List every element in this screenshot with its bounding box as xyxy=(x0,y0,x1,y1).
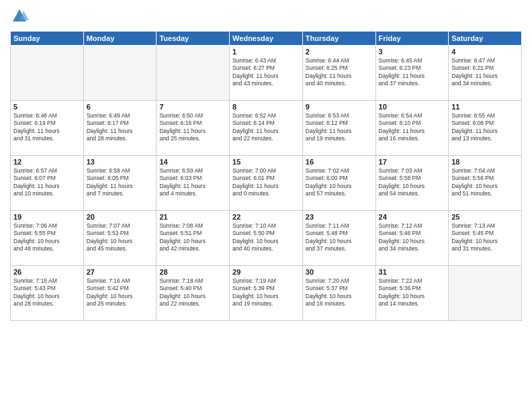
calendar: SundayMondayTuesdayWednesdayThursdayFrid… xyxy=(10,31,522,321)
calendar-cell: 24Sunrise: 7:12 AM Sunset: 5:46 PM Dayli… xyxy=(375,211,449,266)
day-number: 29 xyxy=(232,268,300,276)
calendar-cell: 17Sunrise: 7:03 AM Sunset: 5:58 PM Dayli… xyxy=(375,156,449,211)
day-number: 11 xyxy=(451,103,519,111)
day-number: 25 xyxy=(451,213,519,221)
day-number: 4 xyxy=(451,48,519,56)
cell-text: Sunrise: 7:22 AM Sunset: 5:36 PM Dayligh… xyxy=(379,277,446,308)
calendar-cell: 7Sunrise: 6:50 AM Sunset: 6:16 PM Daylig… xyxy=(157,101,230,156)
day-number: 20 xyxy=(87,213,154,221)
day-number: 1 xyxy=(232,48,300,56)
calendar-cell: 30Sunrise: 7:20 AM Sunset: 5:37 PM Dayli… xyxy=(302,266,375,321)
week-row-3: 19Sunrise: 7:06 AM Sunset: 5:55 PM Dayli… xyxy=(11,211,522,266)
cell-text: Sunrise: 6:49 AM Sunset: 6:17 PM Dayligh… xyxy=(87,112,154,143)
cell-text: Sunrise: 6:59 AM Sunset: 6:03 PM Dayligh… xyxy=(159,167,226,198)
day-number: 6 xyxy=(87,103,154,111)
calendar-cell: 20Sunrise: 7:07 AM Sunset: 5:53 PM Dayli… xyxy=(83,211,157,266)
day-number: 30 xyxy=(306,268,373,276)
calendar-cell: 1Sunrise: 6:43 AM Sunset: 6:27 PM Daylig… xyxy=(230,46,303,101)
calendar-cell: 23Sunrise: 7:11 AM Sunset: 5:48 PM Dayli… xyxy=(302,211,375,266)
weekday-friday: Friday xyxy=(375,32,449,46)
day-number: 14 xyxy=(159,158,226,166)
day-number: 5 xyxy=(13,103,81,111)
day-number: 13 xyxy=(87,158,154,166)
calendar-cell: 26Sunrise: 7:15 AM Sunset: 5:43 PM Dayli… xyxy=(11,266,84,321)
calendar-cell: 27Sunrise: 7:16 AM Sunset: 5:42 PM Dayli… xyxy=(83,266,157,321)
day-number: 2 xyxy=(306,48,373,56)
day-number: 17 xyxy=(379,158,446,166)
weekday-thursday: Thursday xyxy=(302,32,375,46)
cell-text: Sunrise: 7:13 AM Sunset: 5:45 PM Dayligh… xyxy=(451,222,519,253)
calendar-cell: 3Sunrise: 6:45 AM Sunset: 6:23 PM Daylig… xyxy=(375,46,449,101)
calendar-cell xyxy=(449,266,522,321)
cell-text: Sunrise: 7:15 AM Sunset: 5:43 PM Dayligh… xyxy=(13,277,81,308)
cell-text: Sunrise: 7:00 AM Sunset: 6:01 PM Dayligh… xyxy=(232,167,300,198)
cell-text: Sunrise: 6:58 AM Sunset: 6:05 PM Dayligh… xyxy=(87,167,154,198)
weekday-sunday: Sunday xyxy=(11,32,84,46)
calendar-cell: 12Sunrise: 6:57 AM Sunset: 6:07 PM Dayli… xyxy=(11,156,84,211)
calendar-cell: 14Sunrise: 6:59 AM Sunset: 6:03 PM Dayli… xyxy=(157,156,230,211)
header xyxy=(10,7,522,26)
logo xyxy=(10,7,32,26)
day-number: 31 xyxy=(379,268,446,276)
page: SundayMondayTuesdayWednesdayThursdayFrid… xyxy=(0,0,532,411)
day-number: 8 xyxy=(232,103,300,111)
weekday-header-row: SundayMondayTuesdayWednesdayThursdayFrid… xyxy=(11,32,522,46)
cell-text: Sunrise: 6:52 AM Sunset: 6:14 PM Dayligh… xyxy=(232,112,300,143)
calendar-cell: 18Sunrise: 7:04 AM Sunset: 5:56 PM Dayli… xyxy=(449,156,522,211)
cell-text: Sunrise: 6:45 AM Sunset: 6:23 PM Dayligh… xyxy=(379,57,446,88)
day-number: 28 xyxy=(159,268,226,276)
weekday-tuesday: Tuesday xyxy=(157,32,230,46)
day-number: 19 xyxy=(13,213,81,221)
day-number: 23 xyxy=(306,213,373,221)
cell-text: Sunrise: 6:44 AM Sunset: 6:25 PM Dayligh… xyxy=(306,57,373,88)
day-number: 15 xyxy=(232,158,300,166)
cell-text: Sunrise: 7:07 AM Sunset: 5:53 PM Dayligh… xyxy=(87,222,154,253)
calendar-cell: 6Sunrise: 6:49 AM Sunset: 6:17 PM Daylig… xyxy=(83,101,157,156)
day-number: 18 xyxy=(451,158,519,166)
cell-text: Sunrise: 7:16 AM Sunset: 5:42 PM Dayligh… xyxy=(87,277,154,308)
week-row-1: 5Sunrise: 6:48 AM Sunset: 6:19 PM Daylig… xyxy=(11,101,522,156)
weekday-wednesday: Wednesday xyxy=(230,32,303,46)
day-number: 16 xyxy=(306,158,373,166)
day-number: 3 xyxy=(379,48,446,56)
cell-text: Sunrise: 7:02 AM Sunset: 6:00 PM Dayligh… xyxy=(306,167,373,198)
calendar-cell: 5Sunrise: 6:48 AM Sunset: 6:19 PM Daylig… xyxy=(11,101,84,156)
calendar-cell: 21Sunrise: 7:08 AM Sunset: 5:51 PM Dayli… xyxy=(157,211,230,266)
cell-text: Sunrise: 6:43 AM Sunset: 6:27 PM Dayligh… xyxy=(232,57,300,88)
day-number: 22 xyxy=(232,213,300,221)
week-row-4: 26Sunrise: 7:15 AM Sunset: 5:43 PM Dayli… xyxy=(11,266,522,321)
cell-text: Sunrise: 6:50 AM Sunset: 6:16 PM Dayligh… xyxy=(159,112,226,143)
cell-text: Sunrise: 7:04 AM Sunset: 5:56 PM Dayligh… xyxy=(451,167,519,198)
week-row-2: 12Sunrise: 6:57 AM Sunset: 6:07 PM Dayli… xyxy=(11,156,522,211)
calendar-cell: 9Sunrise: 6:53 AM Sunset: 6:12 PM Daylig… xyxy=(302,101,375,156)
calendar-cell: 13Sunrise: 6:58 AM Sunset: 6:05 PM Dayli… xyxy=(83,156,157,211)
day-number: 9 xyxy=(306,103,373,111)
calendar-cell: 22Sunrise: 7:10 AM Sunset: 5:50 PM Dayli… xyxy=(230,211,303,266)
calendar-cell: 2Sunrise: 6:44 AM Sunset: 6:25 PM Daylig… xyxy=(302,46,375,101)
calendar-cell: 8Sunrise: 6:52 AM Sunset: 6:14 PM Daylig… xyxy=(230,101,303,156)
day-number: 12 xyxy=(13,158,81,166)
cell-text: Sunrise: 6:47 AM Sunset: 6:21 PM Dayligh… xyxy=(451,57,519,88)
weekday-saturday: Saturday xyxy=(449,32,522,46)
calendar-cell: 19Sunrise: 7:06 AM Sunset: 5:55 PM Dayli… xyxy=(11,211,84,266)
calendar-cell: 29Sunrise: 7:19 AM Sunset: 5:39 PM Dayli… xyxy=(230,266,303,321)
calendar-cell: 16Sunrise: 7:02 AM Sunset: 6:00 PM Dayli… xyxy=(302,156,375,211)
cell-text: Sunrise: 6:55 AM Sunset: 6:08 PM Dayligh… xyxy=(451,112,519,143)
day-number: 26 xyxy=(13,268,81,276)
cell-text: Sunrise: 7:11 AM Sunset: 5:48 PM Dayligh… xyxy=(306,222,373,253)
cell-text: Sunrise: 7:08 AM Sunset: 5:51 PM Dayligh… xyxy=(159,222,226,253)
day-number: 24 xyxy=(379,213,446,221)
calendar-cell xyxy=(83,46,157,101)
calendar-cell: 11Sunrise: 6:55 AM Sunset: 6:08 PM Dayli… xyxy=(449,101,522,156)
cell-text: Sunrise: 7:12 AM Sunset: 5:46 PM Dayligh… xyxy=(379,222,446,253)
day-number: 10 xyxy=(379,103,446,111)
cell-text: Sunrise: 7:10 AM Sunset: 5:50 PM Dayligh… xyxy=(232,222,300,253)
day-number: 21 xyxy=(159,213,226,221)
cell-text: Sunrise: 6:53 AM Sunset: 6:12 PM Dayligh… xyxy=(306,112,373,143)
logo-icon xyxy=(10,7,29,26)
cell-text: Sunrise: 7:06 AM Sunset: 5:55 PM Dayligh… xyxy=(13,222,81,253)
week-row-0: 1Sunrise: 6:43 AM Sunset: 6:27 PM Daylig… xyxy=(11,46,522,101)
day-number: 7 xyxy=(159,103,226,111)
cell-text: Sunrise: 7:20 AM Sunset: 5:37 PM Dayligh… xyxy=(306,277,373,308)
weekday-monday: Monday xyxy=(83,32,157,46)
